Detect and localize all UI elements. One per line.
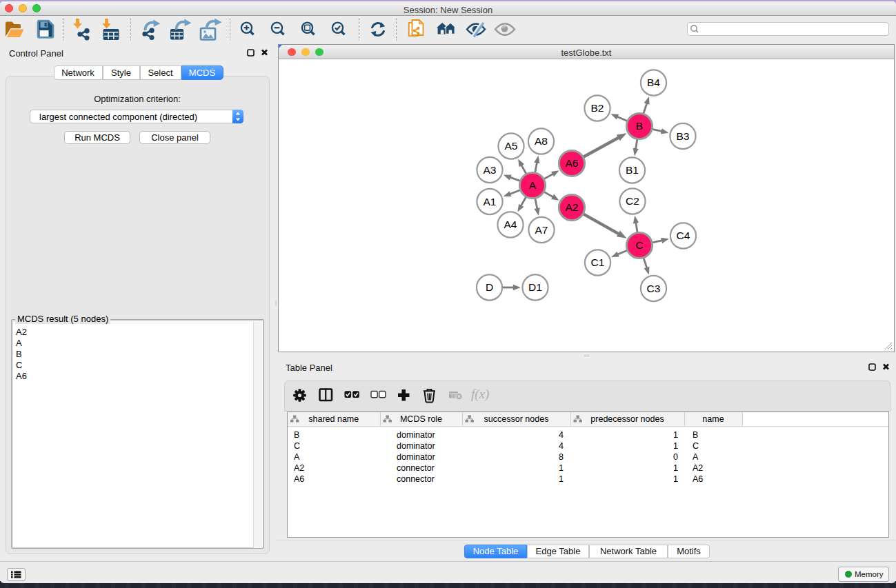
svg-text:D: D [486, 281, 493, 293]
svg-text:B2: B2 [591, 102, 604, 114]
svg-text:B4: B4 [647, 77, 660, 88]
svg-text:B3: B3 [677, 130, 690, 142]
svg-text:B1: B1 [626, 164, 639, 176]
svg-text:A4: A4 [504, 219, 517, 230]
svg-text:A7: A7 [535, 224, 548, 236]
svg-text:A: A [529, 179, 537, 191]
svg-text:A6: A6 [566, 157, 579, 169]
svg-text:A1: A1 [484, 196, 497, 207]
svg-text:C2: C2 [626, 195, 639, 207]
svg-text:C4: C4 [677, 230, 690, 241]
svg-text:A3: A3 [484, 164, 497, 176]
svg-text:C1: C1 [591, 256, 605, 268]
svg-text:D1: D1 [528, 281, 542, 293]
svg-text:A8: A8 [535, 135, 548, 147]
svg-text:A2: A2 [566, 201, 579, 213]
svg-text:C: C [635, 239, 643, 251]
svg-text:A5: A5 [505, 140, 518, 152]
svg-text:C3: C3 [647, 283, 661, 294]
svg-text:B: B [636, 120, 643, 132]
